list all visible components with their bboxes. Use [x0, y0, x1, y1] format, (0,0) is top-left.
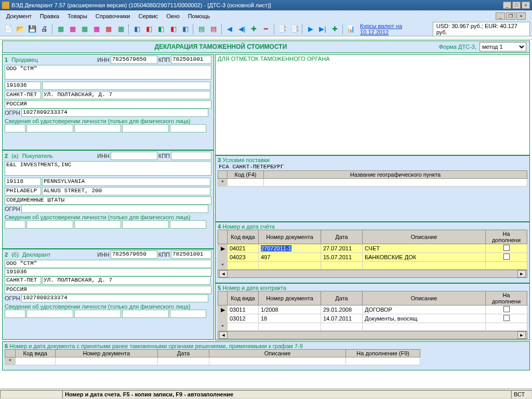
- doc-icon-a[interactable]: 📑: [277, 23, 288, 35]
- buyer-country[interactable]: СОЕДИНЕННЫЕ ШТАТЫ: [5, 196, 211, 205]
- play-end-icon[interactable]: ▶|: [317, 23, 328, 35]
- delivery-table[interactable]: Код (F4)Название географического пункта …: [218, 170, 527, 187]
- invoice-table[interactable]: Код видаНомер документаДатаОписаниеНа до…: [218, 230, 527, 270]
- menu-help[interactable]: Помощь: [184, 12, 215, 20]
- seller-ogrn[interactable]: 1027809233374: [21, 109, 208, 117]
- save-icon[interactable]: 💾: [26, 23, 37, 35]
- window-title: ВЭД Декларант 7.57 (расширенная версия) …: [11, 2, 502, 8]
- contract-table[interactable]: Код видаНомер документаДатаОписаниеНа до…: [218, 291, 527, 331]
- minus-icon[interactable]: ━: [261, 23, 272, 35]
- seller-kpp[interactable]: 782501001: [171, 56, 211, 64]
- prior-decisions-table[interactable]: Код видаНомер документаДатаОписаниеНа до…: [5, 349, 420, 365]
- close-button[interactable]: ×: [522, 2, 530, 9]
- tool-icon-13[interactable]: ▤: [208, 23, 219, 35]
- caps-indicator: ВСТ: [511, 390, 532, 398]
- toolbar: 📄 📂 💾 🖨 ▦ ▦ ▦ ▦ ▦ ▦ ◧ ◧ ◧ ◧ ◧ ▤ ▤ ◀ ◀| ✚…: [0, 22, 532, 36]
- tool-icon-5[interactable]: ▦: [103, 23, 114, 35]
- declarant-ogrn[interactable]: 1027809233374: [21, 294, 208, 302]
- doc-icon-b[interactable]: 📑: [289, 23, 300, 35]
- doc-header: ДЕКЛАРАЦИЯ ТАМОЖЕННОЙ СТОИМОСТИ Форма ДТ…: [2, 41, 530, 53]
- buyer-kpp[interactable]: [171, 152, 211, 160]
- box-4-invoice: 4 Номер и дата счёта Код видаНомер докум…: [215, 222, 530, 283]
- customs-marks-box: ДЛЯ ОТМЕТОК ТАМОЖЕННОГО ОРГАНА: [215, 54, 530, 155]
- tool-icon-10[interactable]: ◧: [168, 23, 179, 35]
- title-bar: ВЭД Декларант 7.57 (расширенная версия) …: [0, 0, 532, 10]
- tool-icon-12[interactable]: ▤: [196, 23, 207, 35]
- declarant-inn[interactable]: 7825679650: [111, 250, 157, 259]
- tool-icon-2[interactable]: ▦: [67, 23, 78, 35]
- box-3-delivery: 3 Условия поставки FCA САНКТ-ПЕТЕРБУРГ К…: [215, 155, 530, 222]
- hscroll[interactable]: ◄►: [218, 270, 527, 278]
- minimize-button[interactable]: _: [503, 2, 511, 9]
- menu-window[interactable]: Окно: [162, 12, 184, 20]
- arrow-left-icon[interactable]: ◀: [224, 23, 235, 35]
- buyer-city[interactable]: PHILADELP: [5, 187, 41, 195]
- buyer-post[interactable]: 19116: [5, 178, 41, 186]
- menubar: Документ Правка Товары Справочники Серви…: [0, 10, 532, 22]
- hscroll2[interactable]: ◄►: [218, 331, 527, 339]
- rates-link[interactable]: Курсы валют на 10.12.2012: [360, 23, 430, 35]
- mdi-restore-button[interactable]: ❐: [506, 12, 515, 20]
- form-label: Форма ДТС-3,: [439, 44, 476, 50]
- declarant-city[interactable]: САНКТ-ПЕТ: [5, 276, 41, 285]
- tool-icon-3[interactable]: ▦: [79, 23, 90, 35]
- tool-icon-8[interactable]: ◧: [144, 23, 155, 35]
- menu-document[interactable]: Документ: [2, 12, 36, 20]
- buyer-inn[interactable]: [111, 152, 157, 160]
- seller-name[interactable]: ООО "СТМ": [5, 65, 211, 79]
- menu-goods[interactable]: Товары: [63, 12, 91, 20]
- play-icon[interactable]: ▶: [305, 23, 316, 35]
- app-icon: [2, 2, 9, 9]
- tool-icon-7[interactable]: ◧: [131, 23, 142, 35]
- declarant-post[interactable]: 191036: [5, 268, 211, 276]
- mdi-close-button[interactable]: ×: [516, 12, 526, 20]
- declarant-country[interactable]: РОССИЯ: [5, 286, 211, 294]
- statusbar: Номер и дата счета. F5 - копия записи, F…: [0, 389, 532, 399]
- arrow-prev-icon[interactable]: ◀|: [236, 23, 247, 35]
- seller-country[interactable]: РОССИЯ: [5, 100, 211, 109]
- declarant-street[interactable]: УЛ. ПОЛТАВСКАЯ, Д. 7: [42, 276, 210, 285]
- open-icon[interactable]: 📂: [15, 23, 25, 35]
- plus2-icon[interactable]: ✚: [329, 23, 340, 35]
- doc-title: ДЕКЛАРАЦИЯ ТАМОЖЕННОЙ СТОИМОСТИ: [6, 43, 436, 50]
- buyer-street[interactable]: ALNUS STREET, 200: [42, 187, 210, 195]
- box-2b-declarant: 2 (б) Декларант ИНН 7825679650 КПП 78250…: [2, 249, 214, 340]
- box-1-seller: 1 Продавец ИНН 7825679650 КПП 782501001 …: [2, 54, 214, 150]
- tool-icon-9[interactable]: ◧: [156, 23, 167, 35]
- tool-icon-6[interactable]: ▦: [115, 23, 126, 35]
- box-6-prior-decisions: 6 Номер и дата документа с принятыми ран…: [2, 341, 530, 370]
- seller-inn[interactable]: 7825679650: [111, 56, 157, 64]
- seller-region[interactable]: [42, 82, 210, 90]
- box-5-contract: 5 Номер и дата контракта Код видаНомер д…: [215, 283, 530, 340]
- maximize-button[interactable]: □: [512, 2, 521, 9]
- buyer-region[interactable]: PENNSYLVANIA: [42, 178, 210, 186]
- mdi-minimize-button[interactable]: _: [496, 12, 505, 20]
- buyer-ogrn[interactable]: [21, 205, 208, 213]
- declarant-kpp[interactable]: 782501001: [171, 250, 211, 259]
- seller-street[interactable]: УЛ. ПОЛТАВСКАЯ, Д. 7: [42, 91, 210, 99]
- menu-directories[interactable]: Справочники: [91, 12, 135, 20]
- seller-city[interactable]: САНКТ-ПЕТ: [5, 91, 41, 99]
- tool-icon-11[interactable]: ◧: [180, 23, 191, 35]
- tool-icon-1[interactable]: ▦: [55, 23, 66, 35]
- box-2a-buyer: 2 (а) Покупатель ИНН КПП E&L INVESTMENTS…: [2, 150, 214, 249]
- chart-icon[interactable]: 📊: [345, 23, 356, 35]
- method-select[interactable]: метод 1: [480, 42, 526, 51]
- declarant-name[interactable]: ООО "СТМ": [5, 260, 211, 268]
- buyer-name[interactable]: E&L INVESTMENTS,INC: [5, 161, 211, 176]
- plus-icon[interactable]: ✚: [248, 23, 259, 35]
- seller-post[interactable]: 191036: [5, 82, 41, 90]
- menu-edit[interactable]: Правка: [36, 12, 63, 20]
- tool-icon-4[interactable]: ▦: [91, 23, 102, 35]
- new-icon[interactable]: 📄: [3, 23, 14, 35]
- rates-display: USD: 30.967 руб.; EUR: 40.127 руб.: [433, 22, 530, 36]
- status-text: Номер и дата счета. F5 - копия записи, F…: [62, 390, 511, 398]
- menu-service[interactable]: Сервис: [134, 12, 162, 20]
- print-icon[interactable]: 🖨: [39, 23, 50, 35]
